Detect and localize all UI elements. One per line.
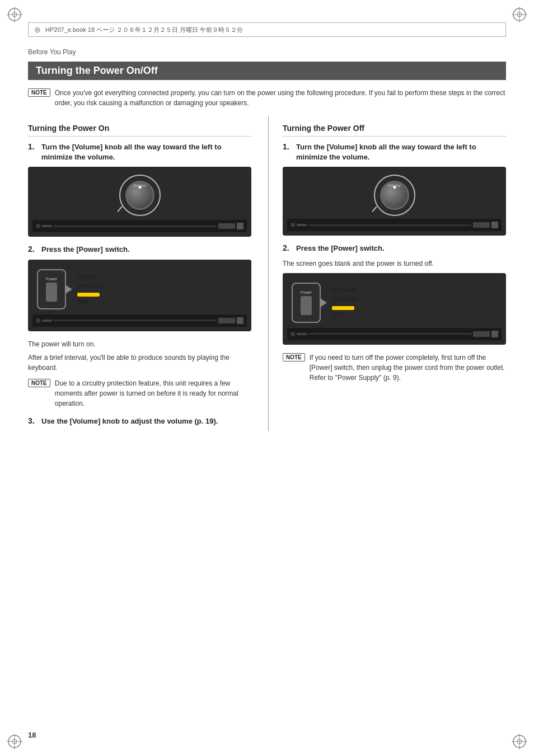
file-info-text: HP207_e.book 18 ページ ２０６年１２月２５日 月曜日 午前９時５… bbox=[45, 26, 243, 34]
power-callout-bubble-on: Power bbox=[37, 269, 66, 309]
step-on-1-text: Turn the [Volume] knob all the way towar… bbox=[41, 142, 251, 162]
device-strip-power-off bbox=[287, 328, 502, 340]
callout-tail-on bbox=[65, 285, 72, 294]
on-state-label: ON bbox=[77, 298, 104, 306]
svg-line-19 bbox=[372, 206, 377, 215]
page-number: 18 bbox=[28, 731, 36, 739]
step-off-1: 1. Turn the [Volume] knob all the way to… bbox=[283, 142, 506, 162]
step-off-2-num: 2. bbox=[283, 243, 293, 252]
knob-label-off: Volume bbox=[388, 184, 401, 187]
device-img-power-off: Power Upwardposition OFF bbox=[283, 273, 506, 345]
step-on-1: 1. Turn the [Volume] knob all the way to… bbox=[28, 142, 251, 162]
note-intro-text: Once you've got everything connected pro… bbox=[55, 88, 506, 108]
strip-elem bbox=[54, 226, 217, 227]
upward-position-label: Upwardposition bbox=[332, 286, 358, 303]
volume-knob-off: Volume bbox=[380, 181, 409, 210]
main-title: Turning the Power On/Off bbox=[28, 62, 506, 80]
note-off-text: If you need to turn off the power comple… bbox=[310, 353, 506, 383]
power-callout-bubble-off: Power bbox=[292, 283, 321, 323]
strip-elem bbox=[54, 320, 217, 321]
note-intro-label: NOTE bbox=[28, 88, 50, 97]
strip-elem bbox=[42, 320, 52, 322]
dots-divider-off bbox=[283, 136, 506, 137]
reg-mark-br bbox=[512, 734, 527, 749]
page-wrapper: ⊕ HP207_e.book 18 ページ ２０６年１２月２５日 月曜日 午前９… bbox=[0, 0, 534, 756]
note-intro-box: NOTE Once you've got everything connecte… bbox=[28, 88, 506, 108]
note2-box: NOTE Due to a circuitry protection featu… bbox=[28, 378, 251, 408]
two-column-layout: Turning the Power On 1. Turn the [Volume… bbox=[28, 116, 506, 431]
strip-elem bbox=[36, 318, 40, 323]
after-step2-line1: The power will turn on. bbox=[28, 339, 251, 349]
device-strip-on bbox=[32, 220, 247, 232]
step-on-1-num: 1. bbox=[28, 142, 38, 151]
strip-elem bbox=[42, 225, 52, 227]
strip-elem bbox=[218, 318, 235, 323]
callout-tail-off bbox=[320, 298, 327, 307]
position-labels-off: Upwardposition OFF bbox=[332, 286, 358, 318]
step-on-3-num: 3. bbox=[28, 416, 38, 425]
turning-on-title: Turning the Power On bbox=[28, 124, 251, 133]
strip-elem bbox=[473, 331, 490, 337]
left-column: Turning the Power On 1. Turn the [Volume… bbox=[28, 116, 251, 431]
reg-mark-tl bbox=[7, 7, 22, 22]
step-on-3: 3. Use the [Volume] knob to adjust the v… bbox=[28, 416, 251, 426]
device-img-vol-on: Volume bbox=[28, 167, 251, 237]
strip-elem bbox=[308, 333, 471, 335]
device-img-vol-off: Volume bbox=[283, 167, 506, 236]
note-off-label: NOTE bbox=[283, 353, 305, 361]
strip-elem bbox=[491, 331, 498, 337]
strip-elem bbox=[297, 224, 307, 226]
power-switch-graphic-on bbox=[46, 283, 57, 302]
strip-elem bbox=[297, 333, 307, 335]
step-off-1-num: 1. bbox=[283, 142, 293, 151]
position-indicator-off bbox=[332, 306, 354, 310]
section-label: Before You Play bbox=[28, 48, 506, 56]
device-strip-power-on bbox=[32, 314, 247, 327]
note2-label: NOTE bbox=[28, 379, 50, 387]
power-label-on: Power bbox=[46, 277, 57, 281]
right-column: Turning the Power Off 1. Turn the [Volum… bbox=[268, 116, 506, 431]
strip-elem bbox=[36, 224, 40, 228]
strip-elem bbox=[291, 332, 295, 336]
lower-position-label: Lowerposition bbox=[77, 273, 104, 290]
reg-mark-bl bbox=[7, 734, 22, 749]
position-indicator-on bbox=[77, 293, 100, 297]
dots-divider-on bbox=[28, 136, 251, 137]
device-img-power-on: Power Lowerposition ON bbox=[28, 260, 251, 331]
note-off-box: NOTE If you need to turn off the power c… bbox=[283, 353, 506, 383]
step-on-2-text: Press the [Power] switch. bbox=[41, 245, 251, 255]
strip-elem bbox=[218, 223, 235, 229]
file-info-bar: ⊕ HP207_e.book 18 ページ ２０６年１２月２５日 月曜日 午前９… bbox=[28, 22, 506, 37]
note2-text: Due to a circuitry protection feature, t… bbox=[55, 378, 251, 408]
step-off-2-after: The screen goes blank and the power is t… bbox=[283, 259, 506, 269]
svg-line-17 bbox=[118, 206, 122, 215]
off-state-label: OFF bbox=[332, 311, 358, 319]
strip-elem bbox=[491, 222, 498, 228]
strip-elem bbox=[473, 222, 490, 228]
power-switch-graphic-off bbox=[301, 296, 312, 315]
position-labels-on: Lowerposition ON bbox=[77, 273, 104, 305]
step-on-3-text: Use the [Volume] knob to adjust the volu… bbox=[41, 416, 251, 426]
power-label-off: Power bbox=[301, 290, 312, 294]
strip-elem bbox=[237, 223, 243, 229]
after-step2-line2: After a brief interval, you'll be able t… bbox=[28, 353, 251, 373]
step-off-1-text: Turn the [Volume] knob all the way towar… bbox=[296, 142, 506, 162]
step-on-2: 2. Press the [Power] switch. bbox=[28, 245, 251, 255]
turning-off-title: Turning the Power Off bbox=[283, 124, 506, 133]
strip-elem bbox=[237, 317, 243, 324]
knob-label-on: Volume bbox=[133, 184, 146, 187]
step-on-2-num: 2. bbox=[28, 245, 38, 253]
volume-knob-on: Volume bbox=[125, 181, 154, 210]
device-strip-vol-off bbox=[287, 219, 502, 231]
reg-mark-tr bbox=[512, 7, 527, 22]
step-off-2-text: Press the [Power] switch. bbox=[296, 243, 506, 253]
strip-elem bbox=[291, 223, 295, 227]
strip-elem bbox=[308, 224, 471, 226]
step-off-2: 2. Press the [Power] switch. bbox=[283, 243, 506, 253]
crosshair-icon: ⊕ bbox=[34, 25, 41, 34]
